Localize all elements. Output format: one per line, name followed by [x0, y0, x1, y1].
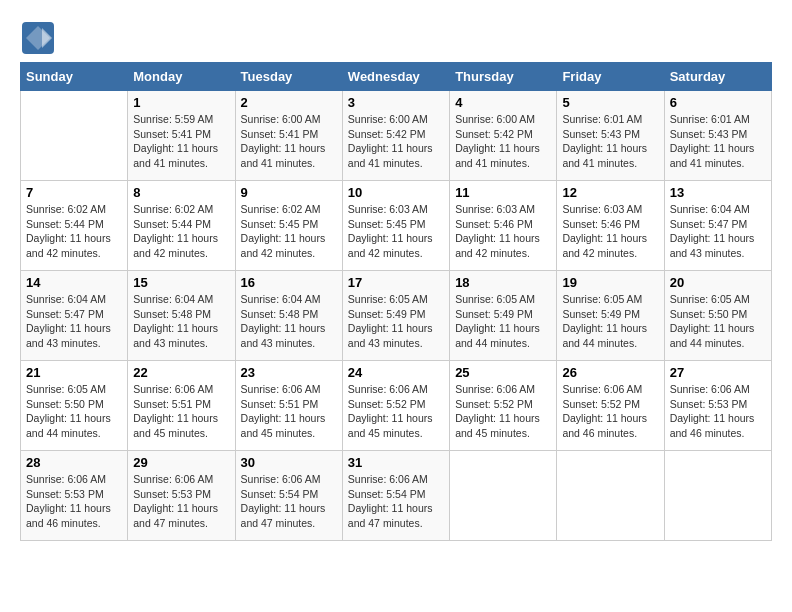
day-number: 17	[348, 275, 444, 290]
cell-content: Sunrise: 6:01 AM Sunset: 5:43 PM Dayligh…	[562, 112, 658, 171]
cell-content: Sunrise: 6:04 AM Sunset: 5:48 PM Dayligh…	[133, 292, 229, 351]
calendar-cell: 5Sunrise: 6:01 AM Sunset: 5:43 PM Daylig…	[557, 91, 664, 181]
calendar-cell	[557, 451, 664, 541]
cell-content: Sunrise: 6:06 AM Sunset: 5:52 PM Dayligh…	[348, 382, 444, 441]
day-number: 18	[455, 275, 551, 290]
cell-content: Sunrise: 6:06 AM Sunset: 5:53 PM Dayligh…	[26, 472, 122, 531]
cell-content: Sunrise: 5:59 AM Sunset: 5:41 PM Dayligh…	[133, 112, 229, 171]
day-of-week-header: Tuesday	[235, 63, 342, 91]
calendar-cell: 11Sunrise: 6:03 AM Sunset: 5:46 PM Dayli…	[450, 181, 557, 271]
calendar-cell	[664, 451, 771, 541]
calendar-header-row: SundayMondayTuesdayWednesdayThursdayFrid…	[21, 63, 772, 91]
calendar-cell: 8Sunrise: 6:02 AM Sunset: 5:44 PM Daylig…	[128, 181, 235, 271]
calendar-cell: 29Sunrise: 6:06 AM Sunset: 5:53 PM Dayli…	[128, 451, 235, 541]
cell-content: Sunrise: 6:00 AM Sunset: 5:41 PM Dayligh…	[241, 112, 337, 171]
cell-content: Sunrise: 6:00 AM Sunset: 5:42 PM Dayligh…	[455, 112, 551, 171]
day-number: 28	[26, 455, 122, 470]
calendar-cell: 1Sunrise: 5:59 AM Sunset: 5:41 PM Daylig…	[128, 91, 235, 181]
day-number: 16	[241, 275, 337, 290]
cell-content: Sunrise: 6:03 AM Sunset: 5:46 PM Dayligh…	[562, 202, 658, 261]
calendar-cell: 13Sunrise: 6:04 AM Sunset: 5:47 PM Dayli…	[664, 181, 771, 271]
day-number: 26	[562, 365, 658, 380]
day-number: 1	[133, 95, 229, 110]
calendar-week-row: 14Sunrise: 6:04 AM Sunset: 5:47 PM Dayli…	[21, 271, 772, 361]
cell-content: Sunrise: 6:06 AM Sunset: 5:52 PM Dayligh…	[455, 382, 551, 441]
cell-content: Sunrise: 6:05 AM Sunset: 5:50 PM Dayligh…	[26, 382, 122, 441]
calendar-cell: 16Sunrise: 6:04 AM Sunset: 5:48 PM Dayli…	[235, 271, 342, 361]
day-number: 21	[26, 365, 122, 380]
calendar-week-row: 1Sunrise: 5:59 AM Sunset: 5:41 PM Daylig…	[21, 91, 772, 181]
logo	[20, 20, 60, 56]
calendar-cell: 14Sunrise: 6:04 AM Sunset: 5:47 PM Dayli…	[21, 271, 128, 361]
cell-content: Sunrise: 6:03 AM Sunset: 5:45 PM Dayligh…	[348, 202, 444, 261]
day-number: 12	[562, 185, 658, 200]
day-number: 8	[133, 185, 229, 200]
page-header	[20, 20, 772, 56]
calendar-cell: 17Sunrise: 6:05 AM Sunset: 5:49 PM Dayli…	[342, 271, 449, 361]
day-number: 2	[241, 95, 337, 110]
calendar-cell: 26Sunrise: 6:06 AM Sunset: 5:52 PM Dayli…	[557, 361, 664, 451]
cell-content: Sunrise: 6:06 AM Sunset: 5:53 PM Dayligh…	[133, 472, 229, 531]
day-of-week-header: Sunday	[21, 63, 128, 91]
day-number: 20	[670, 275, 766, 290]
day-number: 7	[26, 185, 122, 200]
calendar-table: SundayMondayTuesdayWednesdayThursdayFrid…	[20, 62, 772, 541]
calendar-week-row: 21Sunrise: 6:05 AM Sunset: 5:50 PM Dayli…	[21, 361, 772, 451]
cell-content: Sunrise: 6:04 AM Sunset: 5:47 PM Dayligh…	[670, 202, 766, 261]
day-number: 11	[455, 185, 551, 200]
calendar-cell: 7Sunrise: 6:02 AM Sunset: 5:44 PM Daylig…	[21, 181, 128, 271]
day-number: 10	[348, 185, 444, 200]
calendar-cell: 21Sunrise: 6:05 AM Sunset: 5:50 PM Dayli…	[21, 361, 128, 451]
day-of-week-header: Monday	[128, 63, 235, 91]
cell-content: Sunrise: 6:05 AM Sunset: 5:50 PM Dayligh…	[670, 292, 766, 351]
day-of-week-header: Friday	[557, 63, 664, 91]
day-number: 23	[241, 365, 337, 380]
day-number: 3	[348, 95, 444, 110]
cell-content: Sunrise: 6:05 AM Sunset: 5:49 PM Dayligh…	[348, 292, 444, 351]
day-number: 13	[670, 185, 766, 200]
cell-content: Sunrise: 6:06 AM Sunset: 5:54 PM Dayligh…	[241, 472, 337, 531]
calendar-cell: 9Sunrise: 6:02 AM Sunset: 5:45 PM Daylig…	[235, 181, 342, 271]
calendar-cell	[450, 451, 557, 541]
calendar-cell: 28Sunrise: 6:06 AM Sunset: 5:53 PM Dayli…	[21, 451, 128, 541]
calendar-cell: 18Sunrise: 6:05 AM Sunset: 5:49 PM Dayli…	[450, 271, 557, 361]
calendar-cell: 31Sunrise: 6:06 AM Sunset: 5:54 PM Dayli…	[342, 451, 449, 541]
day-number: 24	[348, 365, 444, 380]
calendar-cell: 10Sunrise: 6:03 AM Sunset: 5:45 PM Dayli…	[342, 181, 449, 271]
logo-icon	[20, 20, 56, 56]
calendar-cell: 2Sunrise: 6:00 AM Sunset: 5:41 PM Daylig…	[235, 91, 342, 181]
cell-content: Sunrise: 6:00 AM Sunset: 5:42 PM Dayligh…	[348, 112, 444, 171]
day-number: 25	[455, 365, 551, 380]
day-number: 22	[133, 365, 229, 380]
day-of-week-header: Saturday	[664, 63, 771, 91]
calendar-cell	[21, 91, 128, 181]
day-number: 27	[670, 365, 766, 380]
calendar-cell: 19Sunrise: 6:05 AM Sunset: 5:49 PM Dayli…	[557, 271, 664, 361]
calendar-cell: 24Sunrise: 6:06 AM Sunset: 5:52 PM Dayli…	[342, 361, 449, 451]
calendar-cell: 12Sunrise: 6:03 AM Sunset: 5:46 PM Dayli…	[557, 181, 664, 271]
day-number: 6	[670, 95, 766, 110]
cell-content: Sunrise: 6:02 AM Sunset: 5:45 PM Dayligh…	[241, 202, 337, 261]
day-number: 15	[133, 275, 229, 290]
cell-content: Sunrise: 6:05 AM Sunset: 5:49 PM Dayligh…	[562, 292, 658, 351]
day-number: 9	[241, 185, 337, 200]
calendar-cell: 3Sunrise: 6:00 AM Sunset: 5:42 PM Daylig…	[342, 91, 449, 181]
calendar-cell: 25Sunrise: 6:06 AM Sunset: 5:52 PM Dayli…	[450, 361, 557, 451]
cell-content: Sunrise: 6:03 AM Sunset: 5:46 PM Dayligh…	[455, 202, 551, 261]
day-of-week-header: Thursday	[450, 63, 557, 91]
cell-content: Sunrise: 6:06 AM Sunset: 5:52 PM Dayligh…	[562, 382, 658, 441]
calendar-cell: 4Sunrise: 6:00 AM Sunset: 5:42 PM Daylig…	[450, 91, 557, 181]
day-number: 19	[562, 275, 658, 290]
day-number: 29	[133, 455, 229, 470]
calendar-week-row: 28Sunrise: 6:06 AM Sunset: 5:53 PM Dayli…	[21, 451, 772, 541]
day-number: 31	[348, 455, 444, 470]
calendar-cell: 22Sunrise: 6:06 AM Sunset: 5:51 PM Dayli…	[128, 361, 235, 451]
day-number: 14	[26, 275, 122, 290]
calendar-cell: 6Sunrise: 6:01 AM Sunset: 5:43 PM Daylig…	[664, 91, 771, 181]
day-number: 5	[562, 95, 658, 110]
calendar-week-row: 7Sunrise: 6:02 AM Sunset: 5:44 PM Daylig…	[21, 181, 772, 271]
calendar-cell: 27Sunrise: 6:06 AM Sunset: 5:53 PM Dayli…	[664, 361, 771, 451]
cell-content: Sunrise: 6:01 AM Sunset: 5:43 PM Dayligh…	[670, 112, 766, 171]
cell-content: Sunrise: 6:04 AM Sunset: 5:48 PM Dayligh…	[241, 292, 337, 351]
cell-content: Sunrise: 6:02 AM Sunset: 5:44 PM Dayligh…	[133, 202, 229, 261]
